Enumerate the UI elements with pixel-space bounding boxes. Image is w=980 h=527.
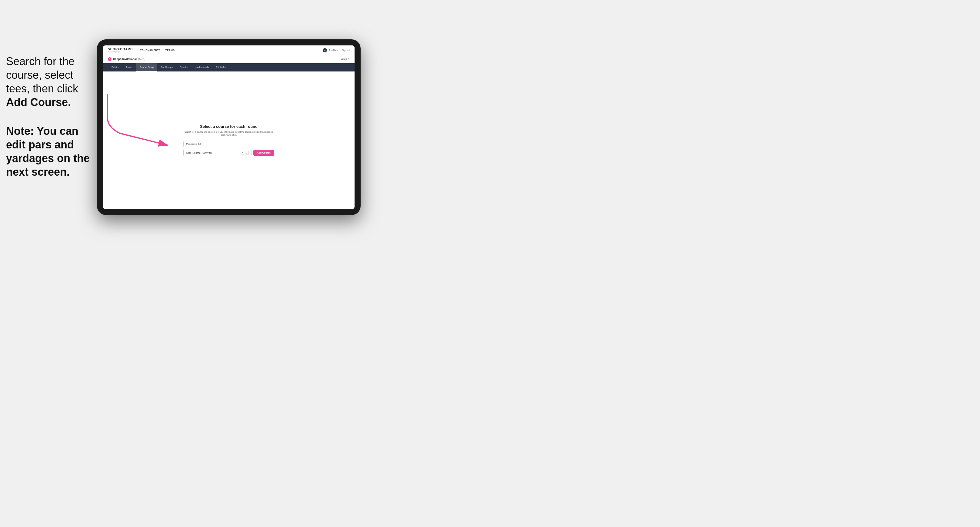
tournament-title: C Clippd Invitational (Men) xyxy=(108,57,145,61)
course-select-title: Select a course for each round xyxy=(183,124,274,129)
tab-details[interactable]: Details xyxy=(108,63,122,71)
tab-course-setup[interactable]: Course Setup xyxy=(136,63,157,71)
tablet-device: SCOREBOARD Powered by clippd TOURNAMENTS… xyxy=(97,40,361,215)
nav-teams[interactable]: TEAMS xyxy=(165,49,175,51)
user-avatar: B xyxy=(323,48,327,52)
course-search-input[interactable] xyxy=(183,141,274,147)
logo-area: SCOREBOARD Powered by clippd TOURNAMENTS… xyxy=(108,48,175,53)
logo-text: SCOREBOARD Powered by clippd xyxy=(108,48,133,53)
user-name: Test User xyxy=(329,49,338,51)
tab-leaderboards[interactable]: Leaderboards xyxy=(191,63,212,71)
instruction-panel: Search for the course, select tees, then… xyxy=(6,54,94,179)
tournament-icon: C xyxy=(108,57,111,61)
main-content: Select a course for each round Search fo… xyxy=(103,71,355,209)
tee-select[interactable]: Gold (M) (M) (7010 yds) ✕ ⌄ xyxy=(183,149,251,156)
tab-printables[interactable]: Printables xyxy=(212,63,230,71)
tab-bar: Details Teams Course Setup Tee Groups Re… xyxy=(103,63,355,71)
nav-right: B Test User | Sign out xyxy=(323,48,350,52)
tee-select-row: Gold (M) (M) (7010 yds) ✕ ⌄ Add Course xyxy=(183,149,274,156)
tee-clear-button[interactable]: ✕ xyxy=(240,151,244,154)
tournament-name: Clippd Invitational xyxy=(113,57,137,60)
add-course-button[interactable]: Add Course xyxy=(253,150,274,156)
tablet-screen: SCOREBOARD Powered by clippd TOURNAMENTS… xyxy=(103,45,355,209)
course-select-description: Search for a course and select a tee. Yo… xyxy=(183,130,274,137)
course-select-box: Select a course for each round Search fo… xyxy=(183,124,274,157)
note-text: Note: You can edit pars and yardages on … xyxy=(6,124,94,179)
tournament-header: C Clippd Invitational (Men) Cancel ✕ xyxy=(103,55,355,63)
nav-links: TOURNAMENTS TEAMS xyxy=(140,49,175,51)
tab-results[interactable]: Results xyxy=(177,63,191,71)
tab-teams[interactable]: Teams xyxy=(122,63,136,71)
tee-controls: ✕ ⌄ xyxy=(240,151,249,154)
tab-tee-groups[interactable]: Tee Groups xyxy=(157,63,177,71)
nav-tournaments[interactable]: TOURNAMENTS xyxy=(140,49,161,51)
instruction-text: Search for the course, select tees, then… xyxy=(6,54,94,109)
tee-value-text: Gold (M) (M) (7010 yds) xyxy=(186,151,212,154)
top-navbar: SCOREBOARD Powered by clippd TOURNAMENTS… xyxy=(103,45,355,55)
cancel-button[interactable]: Cancel ✕ xyxy=(340,58,350,60)
tournament-subtitle: (Men) xyxy=(138,57,145,60)
tee-dropdown-button[interactable]: ⌄ xyxy=(245,151,249,154)
signout-link[interactable]: Sign out xyxy=(342,49,350,51)
